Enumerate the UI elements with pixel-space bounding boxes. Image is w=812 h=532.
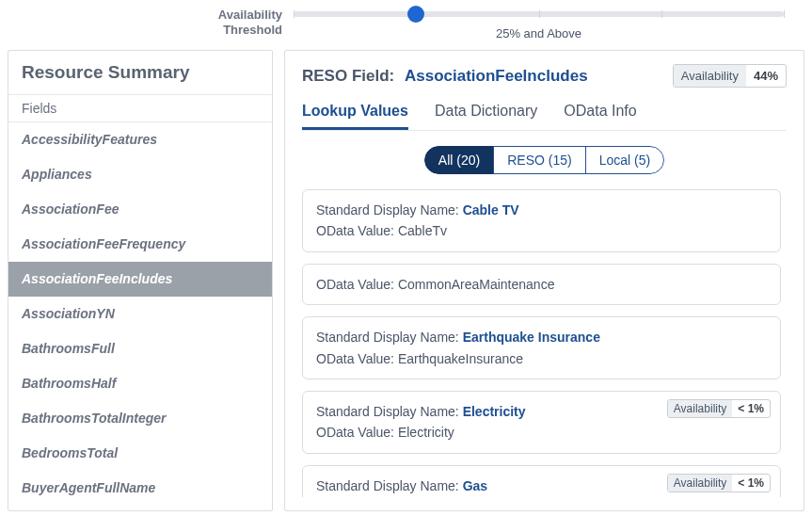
odata-value-row: OData Value: EarthquakeInsurance: [316, 348, 767, 369]
odata-value-row: OData Value: CableTv: [316, 220, 767, 241]
lookup-card: Standard Display Name: Earthquake Insura…: [302, 316, 781, 379]
odata-value: CableTv: [398, 223, 447, 238]
field-item[interactable]: BathroomsFull: [8, 331, 272, 366]
lookup-values-list[interactable]: Standard Display Name: Cable TVOData Val…: [302, 189, 787, 497]
sidebar-title: Resource Summary: [8, 51, 272, 94]
lookup-card: Standard Display Name: GasOData Value: G…: [302, 465, 781, 497]
slider-container: 25% and Above: [294, 6, 803, 40]
reso-field-name: AssociationFeeIncludes: [405, 67, 588, 85]
odata-value: EarthquakeInsurance: [398, 351, 523, 366]
field-item[interactable]: AccessibilityFeatures: [8, 122, 272, 157]
slider-thumb[interactable]: [407, 6, 424, 23]
sidebar-subtitle: Fields: [8, 94, 272, 122]
field-item[interactable]: BuyerAgentMlsId: [8, 506, 272, 510]
display-name: Gas: [463, 478, 487, 493]
field-item[interactable]: BedroomsTotal: [8, 436, 272, 471]
availability-slider-row: Availability Threshold 25% and Above: [0, 0, 812, 40]
display-name: Earthquake Insurance: [463, 330, 600, 345]
slider-label: Availability Threshold: [9, 6, 282, 39]
standard-display-row: Standard Display Name: Earthquake Insura…: [316, 327, 767, 347]
availability-badge: Availability< 1%: [667, 399, 771, 418]
tab[interactable]: Lookup Values: [302, 103, 408, 130]
tab[interactable]: Data Dictionary: [435, 103, 537, 130]
tabs: Lookup ValuesData DictionaryOData Info: [302, 103, 787, 131]
field-item[interactable]: AssociationFeeIncludes: [8, 262, 272, 297]
content-header: RESO Field: AssociationFeeIncludes Avail…: [302, 64, 787, 88]
segment[interactable]: All (20): [424, 146, 494, 174]
segment[interactable]: Local (5): [585, 146, 664, 174]
field-item[interactable]: BathroomsTotalInteger: [8, 401, 272, 436]
odata-value-row: OData Value: Gas: [316, 496, 767, 497]
standard-display-row: Standard Display Name: Cable TV: [316, 200, 767, 220]
display-name: Electricity: [463, 404, 526, 419]
availability-badge: Availability< 1%: [667, 474, 771, 492]
field-item[interactable]: Appliances: [8, 157, 272, 192]
odata-value-row: OData Value: Electricity: [316, 422, 767, 443]
availability-slider[interactable]: [294, 11, 784, 17]
tab[interactable]: OData Info: [564, 103, 636, 130]
odata-value: CommonAreaMaintenance: [398, 277, 555, 292]
resource-summary-sidebar: Resource Summary Fields AccessibilityFea…: [8, 50, 273, 511]
field-list[interactable]: AccessibilityFeaturesAppliancesAssociati…: [8, 122, 272, 510]
lookup-card: Standard Display Name: ElectricityOData …: [302, 391, 781, 454]
field-item[interactable]: BuyerAgentFullName: [8, 471, 272, 506]
segmented-control: All (20)RESO (15)Local (5): [302, 146, 787, 174]
field-item[interactable]: AssociationFeeFrequency: [8, 227, 272, 262]
lookup-card: Standard Display Name: Cable TVOData Val…: [302, 189, 781, 252]
reso-field-heading: RESO Field: AssociationFeeIncludes: [302, 67, 588, 86]
slider-caption: 25% and Above: [294, 26, 784, 40]
segment[interactable]: RESO (15): [493, 146, 585, 174]
odata-value-row: OData Value: CommonAreaMaintenance: [316, 274, 767, 295]
field-item[interactable]: AssociationFee: [8, 192, 272, 227]
availability-badge: Availability 44%: [673, 64, 787, 88]
odata-value: Electricity: [398, 425, 454, 440]
display-name: Cable TV: [463, 202, 519, 218]
lookup-card: OData Value: CommonAreaMaintenance: [302, 264, 781, 305]
content-panel: RESO Field: AssociationFeeIncludes Avail…: [284, 50, 804, 511]
field-item[interactable]: BathroomsHalf: [8, 366, 272, 401]
field-item[interactable]: AssociationYN: [8, 297, 272, 331]
